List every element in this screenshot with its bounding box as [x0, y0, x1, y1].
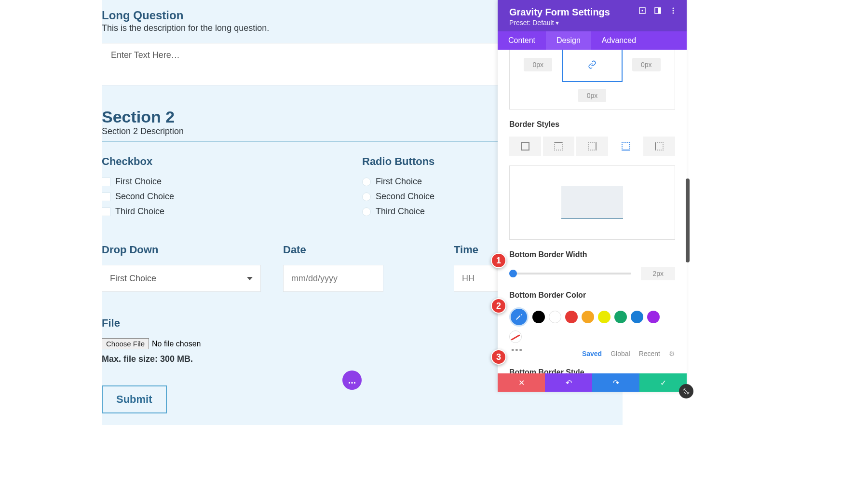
radio-3[interactable]	[362, 207, 371, 216]
redo-button[interactable]: ↷	[592, 373, 639, 392]
border-style-bottom[interactable]	[610, 137, 642, 156]
tab-advanced[interactable]: Advanced	[591, 31, 647, 50]
color-picker-button[interactable]	[509, 307, 529, 327]
choose-file-button[interactable]: Choose File	[102, 338, 149, 349]
panel-preset[interactable]: Preset: Default ▾	[509, 19, 610, 27]
date-input[interactable]: mm/dd/yyyy	[283, 265, 383, 292]
svg-point-6	[673, 13, 674, 14]
radio-2-label: Second Choice	[376, 192, 434, 202]
link-preview-box	[562, 50, 623, 82]
radio-1-label: First Choice	[376, 177, 422, 187]
bbc-label: Bottom Border Color	[509, 291, 675, 300]
swatch-black[interactable]	[532, 311, 545, 323]
svg-point-1	[642, 10, 643, 12]
marker-1: 1	[491, 253, 506, 268]
swatch-orange[interactable]	[582, 311, 594, 323]
color-tab-recent[interactable]: Recent	[639, 350, 660, 357]
resize-handle[interactable]	[679, 384, 693, 398]
settings-panel: Gravity Form Settings Preset: Default ▾ …	[498, 0, 687, 392]
panel-scrollbar[interactable]	[686, 178, 690, 262]
swatch-green[interactable]	[614, 311, 627, 323]
time-hh-input[interactable]: HH	[454, 265, 501, 292]
svg-rect-3	[658, 8, 661, 14]
gear-icon[interactable]: ⚙	[669, 350, 675, 357]
swatch-white[interactable]	[549, 311, 561, 323]
checkbox-1-label: First Choice	[115, 177, 162, 187]
more-colors-icon[interactable]: •••	[511, 345, 523, 356]
date-label: Date	[283, 244, 384, 256]
file-status: No file chosen	[152, 340, 201, 348]
marker-3: 3	[491, 349, 506, 365]
checkbox-2-label: Second Choice	[115, 192, 174, 202]
radio-2[interactable]	[362, 192, 371, 201]
radio-3-label: Third Choice	[376, 206, 425, 217]
margin-preview: 0px 0px 0px	[509, 50, 675, 110]
chevron-down-icon	[247, 277, 253, 280]
bbw-label: Bottom Border Width	[509, 250, 675, 259]
submit-button[interactable]: Submit	[102, 385, 167, 413]
border-styles-row	[509, 137, 675, 156]
panel-header: Gravity Form Settings Preset: Default ▾	[498, 0, 687, 31]
dropdown-select[interactable]: First Choice	[102, 265, 261, 292]
radio-1[interactable]	[362, 178, 371, 186]
swatch-red[interactable]	[565, 311, 578, 323]
swatch-blue[interactable]	[631, 311, 643, 323]
swatch-none[interactable]	[509, 330, 522, 343]
tabs: Content Design Advanced	[498, 31, 687, 50]
svg-point-5	[673, 10, 674, 12]
color-tab-saved[interactable]: Saved	[582, 350, 602, 357]
color-tab-global[interactable]: Global	[610, 350, 630, 357]
border-style-top[interactable]	[543, 137, 575, 156]
checkbox-3-label: Third Choice	[115, 206, 164, 217]
dropdown-label: Drop Down	[102, 244, 261, 256]
dock-icon[interactable]	[654, 7, 662, 14]
tab-design[interactable]: Design	[546, 31, 591, 50]
undo-button[interactable]: ↶	[545, 373, 592, 392]
margin-left-value[interactable]: 0px	[524, 58, 552, 71]
tab-content[interactable]: Content	[498, 31, 546, 50]
border-preview	[509, 165, 675, 240]
panel-footer: ✕ ↶ ↷ ✓	[498, 373, 687, 392]
swatch-yellow[interactable]	[598, 311, 610, 323]
panel-title: Gravity Form Settings	[509, 7, 610, 18]
checkbox-2[interactable]	[102, 192, 110, 201]
bbs-label: Bottom Border Style	[509, 368, 675, 373]
checkbox-1[interactable]	[102, 178, 110, 186]
bbw-value[interactable]: 2px	[641, 267, 675, 280]
bbw-slider[interactable]	[509, 273, 631, 274]
slider-thumb[interactable]	[509, 270, 517, 277]
checkbox-label: Checkbox	[102, 155, 362, 168]
link-icon	[588, 60, 597, 69]
border-style-all[interactable]	[509, 137, 541, 156]
expand-icon[interactable]	[638, 7, 646, 14]
swatch-purple[interactable]	[647, 311, 660, 323]
module-options-fab[interactable]: ...	[342, 370, 362, 390]
svg-point-4	[673, 8, 674, 9]
margin-bottom-value[interactable]: 0px	[578, 89, 607, 102]
border-style-left[interactable]	[643, 137, 675, 156]
border-style-right[interactable]	[576, 137, 608, 156]
margin-right-value[interactable]: 0px	[632, 58, 661, 71]
checkbox-3[interactable]	[102, 207, 110, 216]
border-styles-label: Border Styles	[509, 120, 675, 129]
more-icon[interactable]	[669, 7, 677, 14]
marker-2: 2	[491, 298, 506, 314]
cancel-button[interactable]: ✕	[498, 373, 545, 392]
